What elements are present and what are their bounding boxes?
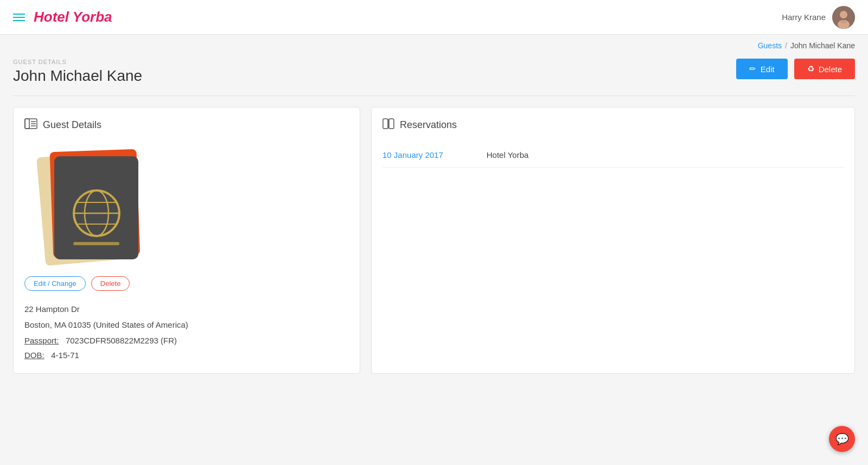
- book-icon: [382, 118, 394, 132]
- guest-details-title: Guest Details: [24, 118, 349, 132]
- dob-label: DOB:: [24, 351, 44, 360]
- passport-value: 7023CDFR508822M2293 (FR): [66, 336, 177, 345]
- main-content: Guest Details: [0, 96, 868, 385]
- header: Hotel Yorba Harry Krane: [0, 0, 868, 35]
- breadcrumb-parent[interactable]: Guests: [758, 41, 782, 50]
- breadcrumb-current: John Michael Kane: [790, 41, 855, 50]
- dob-field: DOB: 4-15-71: [24, 348, 349, 362]
- guest-details-card: Guest Details: [13, 107, 360, 374]
- edit-pencil-icon: ✏: [749, 64, 756, 74]
- edit-change-button[interactable]: Edit / Change: [24, 276, 86, 291]
- avatar: [832, 6, 855, 29]
- reservations-list: 10 January 2017 Hotel Yorba: [382, 143, 844, 168]
- svg-rect-17: [73, 242, 119, 245]
- guest-info: 22 Hampton Dr Boston, MA 01035 (United S…: [24, 302, 349, 362]
- user-name: Harry Krane: [782, 12, 826, 22]
- breadcrumb: Guests / John Michael Kane: [0, 35, 868, 50]
- menu-icon[interactable]: [13, 14, 25, 21]
- guest-card-icon: [24, 118, 37, 132]
- svg-rect-19: [389, 119, 394, 129]
- passport-actions: Edit / Change Delete: [24, 276, 349, 291]
- section-label: GUEST DETAILS: [13, 59, 142, 65]
- passport-delete-button[interactable]: Delete: [91, 276, 130, 291]
- address-line2: Boston, MA 01035 (United States of Ameri…: [24, 317, 349, 332]
- reservations-title: Reservations: [382, 118, 844, 132]
- passport-image: [24, 143, 149, 267]
- page-title: John Michael Kane: [13, 67, 142, 85]
- breadcrumb-separator: /: [785, 41, 787, 50]
- dob-value: 4-15-71: [51, 351, 79, 360]
- page-title-left: GUEST DETAILS John Michael Kane: [13, 59, 142, 85]
- header-right: Harry Krane: [782, 6, 855, 29]
- recycle-icon: ♻: [807, 64, 814, 74]
- svg-rect-18: [383, 119, 388, 129]
- edit-button[interactable]: ✏ Edit: [736, 59, 788, 79]
- reservation-date[interactable]: 10 January 2017: [382, 150, 443, 160]
- reservation-hotel: Hotel Yorba: [487, 150, 529, 160]
- passport-field: Passport: 7023CDFR508822M2293 (FR): [24, 333, 349, 348]
- page-title-area: GUEST DETAILS John Michael Kane ✏ Edit ♻…: [0, 50, 868, 95]
- svg-rect-5: [25, 119, 29, 129]
- title-actions: ✏ Edit ♻ Delete: [736, 59, 855, 79]
- address-line1: 22 Hampton Dr: [24, 302, 349, 316]
- brand-name: Hotel Yorba: [34, 9, 112, 26]
- delete-button[interactable]: ♻ Delete: [794, 59, 855, 79]
- svg-point-1: [840, 11, 847, 18]
- svg-rect-3: [841, 20, 846, 23]
- reservations-card: Reservations 10 January 2017 Hotel Yorba: [371, 107, 855, 374]
- header-left: Hotel Yorba: [13, 9, 112, 26]
- reservation-row: 10 January 2017 Hotel Yorba: [382, 143, 844, 168]
- passport-label: Passport:: [24, 336, 59, 345]
